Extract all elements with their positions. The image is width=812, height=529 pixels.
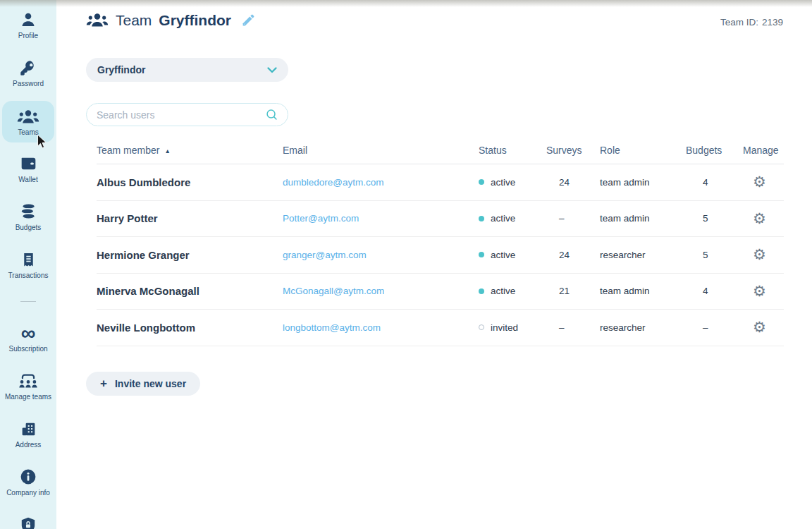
team-id: Team ID: 2139 [720, 17, 783, 28]
manage-cell: ⚙ [743, 211, 784, 226]
table-row: Albus Dumbledore dumbledore@aytm.com act… [97, 164, 784, 201]
sidebar-item-address[interactable]: Address [2, 419, 54, 449]
member-name: Harry Potter [97, 212, 283, 224]
surveys-count: 24 [546, 250, 600, 260]
plus-icon: + [100, 377, 107, 391]
search-input[interactable] [97, 109, 266, 121]
gear-icon[interactable]: ⚙ [753, 246, 766, 262]
wallet-icon [2, 154, 54, 174]
status-dot-active [479, 216, 484, 221]
team-members-table: Team member▲ Email Status Surveys Role B… [86, 137, 784, 346]
member-name: Hermione Granger [97, 249, 283, 261]
status-cell: invited [479, 322, 546, 333]
invite-new-user-button[interactable]: + Invite new user [86, 372, 200, 396]
surveys-count: 21 [546, 286, 600, 296]
status-cell: active [479, 177, 546, 188]
team-selector-value: Gryffindor [97, 64, 267, 75]
sidebar-item-label: Password [2, 80, 54, 87]
surveys-count: – [546, 322, 600, 333]
search-box [86, 103, 288, 126]
team-selector-dropdown[interactable]: Gryffindor [86, 58, 288, 82]
member-email-link[interactable]: dumbledore@aytm.com [283, 177, 479, 188]
table-row: Harry Potter Potter@aytm.com active – te… [97, 201, 784, 238]
manage-cell: ⚙ [743, 174, 784, 190]
team-id-value: 2139 [762, 17, 783, 28]
column-header-status: Status [479, 145, 546, 156]
member-role: researcher [600, 250, 686, 260]
status-label: invited [491, 322, 518, 333]
column-header-budgets: Budgets [686, 145, 743, 156]
status-label: active [491, 286, 515, 296]
status-label: active [491, 177, 515, 188]
status-label: active [491, 250, 515, 260]
sidebar-item-budgets[interactable]: Budgets [2, 202, 54, 231]
column-header-surveys: Surveys [546, 145, 600, 156]
sort-asc-icon: ▲ [164, 147, 170, 154]
surveys-count: 24 [546, 177, 600, 188]
member-email-link[interactable]: Potter@aytm.com [283, 213, 479, 224]
edit-pencil-icon[interactable] [241, 13, 256, 28]
budgets-count: – [686, 322, 743, 333]
team-name: Gryffindor [159, 12, 231, 29]
chevron-down-icon [267, 67, 277, 73]
budgets-count: 5 [686, 213, 743, 224]
sidebar-item-label: Budgets [2, 224, 54, 231]
search-icon[interactable] [266, 109, 278, 121]
status-cell: active [479, 286, 546, 296]
sidebar: Profile Password Teams Wallet Budgets Tr… [0, 0, 56, 529]
info-circle-icon [2, 467, 54, 487]
receipt-icon [2, 250, 54, 269]
member-role: team admin [600, 213, 686, 224]
budgets-count: 4 [686, 286, 743, 296]
gear-icon[interactable]: ⚙ [753, 319, 766, 335]
sidebar-item-subscription[interactable]: ∞ Subscription [2, 323, 54, 353]
people-group-icon [2, 107, 54, 126]
sidebar-item-manage-teams[interactable]: Manage teams [2, 371, 54, 401]
key-icon [2, 58, 54, 78]
member-email-link[interactable]: granger@aytm.com [283, 250, 479, 260]
people-group-icon [86, 11, 109, 29]
mouse-cursor [37, 134, 47, 149]
invite-button-label: Invite new user [115, 378, 186, 389]
sidebar-item-wallet[interactable]: Wallet [2, 154, 54, 183]
gear-icon[interactable]: ⚙ [753, 283, 766, 299]
coins-icon [2, 202, 54, 221]
sidebar-item-company-info[interactable]: Company info [2, 467, 54, 497]
sidebar-item-label: Manage teams [2, 393, 54, 401]
sidebar-divider [20, 301, 36, 302]
member-name: Minerva McGonagall [97, 285, 283, 297]
table-row: Minerva McGonagall McGonagall@aytm.com a… [97, 274, 784, 310]
column-header-role: Role [600, 145, 686, 156]
building-icon [2, 419, 54, 439]
sidebar-item-label: Profile [2, 32, 54, 39]
status-label: active [491, 213, 515, 224]
shield-lock-icon [2, 516, 54, 529]
sidebar-item-transactions[interactable]: Transactions [2, 250, 54, 279]
member-name: Neville Longbottom [97, 322, 283, 334]
surveys-count: – [546, 213, 600, 224]
sidebar-item-profile[interactable]: Profile [2, 10, 54, 39]
column-header-team-member[interactable]: Team member▲ [97, 145, 283, 156]
sidebar-item-password[interactable]: Password [2, 58, 54, 87]
gear-icon[interactable]: ⚙ [753, 174, 766, 190]
sidebar-item-security[interactable] [2, 516, 54, 529]
status-cell: active [479, 213, 546, 224]
status-dot-active [479, 252, 484, 257]
top-window-shadow [0, 0, 812, 7]
column-header-manage: Manage [743, 145, 784, 156]
sidebar-item-label: Subscription [2, 345, 54, 353]
sidebar-item-label: Wallet [2, 176, 54, 183]
budgets-count: 4 [686, 177, 743, 188]
budgets-count: 5 [686, 250, 743, 260]
org-group-icon [2, 371, 54, 391]
status-dot-invited [479, 324, 484, 330]
sidebar-item-label: Company info [2, 489, 54, 497]
team-id-label: Team ID: [720, 17, 758, 28]
table-header-row: Team member▲ Email Status Surveys Role B… [97, 137, 784, 164]
member-email-link[interactable]: longbottom@aytm.com [283, 322, 479, 333]
member-email-link[interactable]: McGonagall@aytm.com [283, 286, 479, 296]
gear-icon[interactable]: ⚙ [753, 210, 766, 226]
sidebar-item-label: Address [2, 441, 54, 449]
sidebar-item-label: Transactions [2, 272, 54, 279]
member-role: team admin [600, 286, 686, 296]
